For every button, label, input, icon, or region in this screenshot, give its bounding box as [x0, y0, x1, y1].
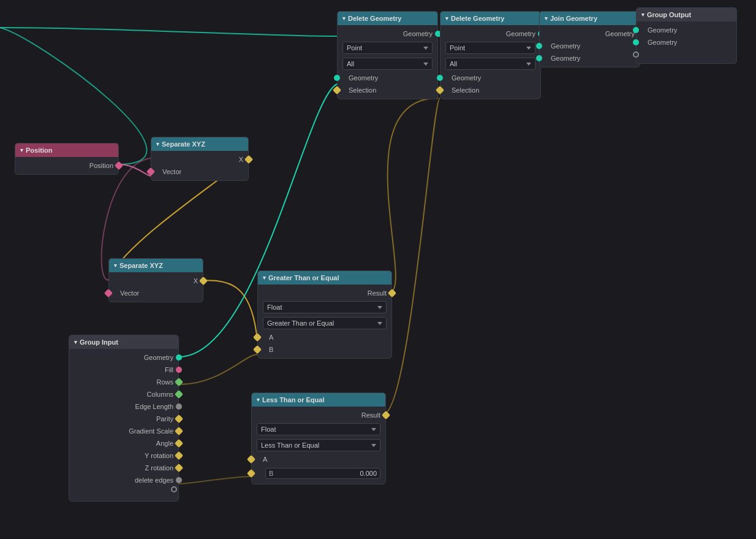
gi-angle-row: Angle: [69, 437, 178, 449]
sep-xyz-2-x-row: X: [109, 275, 203, 287]
gi-edgelen-row: Edge Length: [69, 400, 178, 413]
delete-geo-1-header: ▾ Delete Geometry: [338, 12, 437, 25]
group-output-header: ▾ Group Output: [637, 8, 736, 21]
position-output-row: Position: [15, 159, 118, 172]
gte-result-label: Result: [368, 289, 387, 297]
gte-type-dropdown[interactable]: Float Integer: [263, 301, 387, 313]
node-position-title: Position: [26, 147, 52, 154]
delete-geo-2-title: Delete Geometry: [451, 15, 504, 22]
group-input-header: ▾ Group Input: [69, 335, 178, 349]
delete-geo-2-domain-dropdown[interactable]: Point Edge Face: [445, 42, 535, 54]
gte-a-label: A: [269, 334, 273, 341]
gi-zrot-socket: [175, 464, 183, 472]
delete-geo-2-geo-out-row: Geometry: [440, 28, 540, 40]
node-sep-xyz-2: ▾ Separate XYZ X Vector: [108, 258, 203, 302]
delete-geo-2-geo-in-row: Geometry: [440, 72, 540, 84]
chevron-icon: ▾: [257, 397, 260, 403]
sep-xyz-1-header: ▾ Separate XYZ: [151, 137, 248, 151]
gi-deledges-row: delete edges: [69, 474, 178, 486]
group-output-geo2-label: Geometry: [648, 39, 677, 46]
gte-b-row: B: [258, 343, 391, 356]
node-lte: ▾ Less Than or Equal Result Float Intege…: [251, 392, 386, 484]
gi-rows-row: Rows: [69, 376, 178, 388]
delete-geo-2-geo-in-label: Geometry: [452, 74, 481, 82]
chevron-icon: ▾: [445, 15, 448, 21]
join-geo-in1-socket: [536, 43, 542, 49]
gi-cols-socket: [175, 390, 183, 399]
gi-angle-label: Angle: [156, 440, 173, 447]
node-sep-xyz-1: ▾ Separate XYZ X Vector: [151, 137, 249, 181]
sep-xyz-1-vector-row: Vector: [151, 166, 248, 178]
lte-header: ▾ Less Than or Equal: [252, 393, 385, 407]
gi-cols-row: Columns: [69, 388, 178, 400]
delete-geo-2-sel-row: Selection: [440, 84, 540, 96]
delete-geo-1-body: Geometry Point Edge Face All Only Faces …: [338, 25, 437, 99]
join-geo-title: Join Geometry: [550, 15, 597, 22]
position-output-socket: [115, 161, 123, 170]
delete-geo-1-sel-row: Selection: [338, 84, 437, 96]
lte-result-label: Result: [361, 411, 380, 419]
gte-b-socket: [253, 345, 262, 354]
gi-gradscale-socket: [175, 427, 183, 435]
group-output-geo1-row: Geometry: [637, 24, 736, 36]
gi-edgelen-socket: [176, 403, 182, 410]
delete-geo-1-domain-dropdown[interactable]: Point Edge Face: [342, 42, 433, 54]
delete-geo-2-geo-in-socket: [437, 75, 443, 81]
gte-op-dropdown[interactable]: Greater Than or Equal Less Than or Equal…: [263, 317, 387, 329]
node-gte: ▾ Greater Than or Equal Result Float Int…: [257, 270, 392, 359]
node-delete-geo-2: ▾ Delete Geometry Geometry Point Edge Fa…: [440, 11, 541, 99]
position-output-label: Position: [89, 162, 113, 169]
gi-fill-socket: [176, 367, 182, 373]
group-output-geo1-label: Geometry: [648, 26, 677, 34]
node-position-header: ▾ Position: [15, 143, 118, 157]
lte-a-row: A: [252, 453, 385, 465]
gi-yrot-label: Y rotation: [145, 452, 173, 459]
gi-edgelen-label: Edge Length: [135, 403, 173, 410]
gte-result-row: Result: [258, 287, 391, 299]
lte-b-value[interactable]: [276, 470, 377, 477]
sep-xyz-2-header: ▾ Separate XYZ: [109, 259, 203, 272]
group-output-extra-socket: [633, 52, 639, 58]
delete-geo-2-mode-dropdown[interactable]: All Only Faces: [445, 58, 535, 70]
sep-xyz-2-title: Separate XYZ: [119, 262, 163, 269]
node-join-geo: ▾ Join Geometry Geometry Geometry Geomet…: [539, 11, 640, 67]
chevron-icon: ▾: [641, 12, 644, 18]
chevron-icon: ▾: [263, 275, 266, 281]
sep-xyz-2-x-label: X: [194, 277, 198, 285]
gi-parity-socket: [175, 415, 183, 423]
gi-deledges-label: delete edges: [135, 476, 173, 484]
chevron-icon: ▾: [342, 15, 346, 21]
sep-xyz-1-vector-socket: [146, 167, 155, 176]
join-geo-out-label: Geometry: [605, 30, 635, 37]
gi-zrot-label: Z rotation: [145, 464, 173, 472]
gi-yrot-socket: [175, 451, 183, 460]
delete-geo-1-mode-dropdown[interactable]: All Only Faces Only Edges & Faces: [342, 58, 433, 70]
delete-geo-1-geo-in-socket: [334, 75, 340, 81]
lte-op-dropdown[interactable]: Less Than or Equal Greater Than or Equal…: [257, 439, 380, 451]
gte-b-label: B: [269, 346, 273, 353]
gi-angle-socket: [175, 439, 183, 448]
chevron-icon: ▾: [156, 141, 159, 147]
sep-xyz-2-vector-row: Vector: [109, 287, 203, 299]
lte-title: Less Than or Equal: [262, 396, 324, 403]
group-output-geo2-socket: [633, 39, 639, 45]
gi-extra-socket: [171, 486, 177, 492]
chevron-icon: ▾: [114, 262, 117, 269]
group-input-body: Geometry Fill Rows Columns Edge Length P…: [69, 349, 178, 501]
join-geo-in2-row: Geometry: [540, 52, 640, 64]
gi-parity-label: Parity: [156, 415, 173, 422]
chevron-icon: ▾: [545, 15, 548, 21]
lte-type-dropdown[interactable]: Float Integer: [257, 423, 380, 435]
node-position-body: Position: [15, 157, 118, 174]
delete-geo-1-geo-in-label: Geometry: [349, 74, 378, 82]
gi-cols-label: Columns: [147, 391, 173, 398]
sep-xyz-2-body: X Vector: [109, 272, 203, 302]
group-output-title: Group Output: [647, 11, 691, 18]
join-geo-in1-label: Geometry: [551, 42, 580, 50]
lte-a-label: A: [263, 456, 267, 463]
node-position: ▾ Position Position: [15, 143, 119, 175]
gi-geo-socket: [176, 354, 182, 361]
lte-b-row: B: [252, 465, 385, 481]
sep-xyz-1-x-socket: [244, 155, 253, 164]
delete-geo-2-header: ▾ Delete Geometry: [440, 12, 540, 25]
